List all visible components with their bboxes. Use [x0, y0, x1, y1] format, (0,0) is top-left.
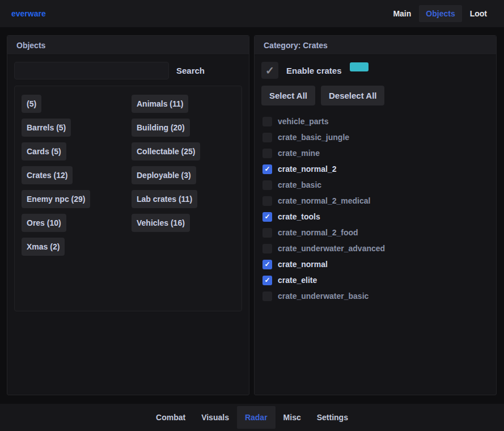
checkbox-crate-mine[interactable]	[262, 149, 272, 158]
bottom-tab-misc[interactable]: Misc	[276, 406, 309, 429]
category-button-lab-crates-11[interactable]: Lab crates (11)	[132, 190, 197, 208]
bottom-tab-combat[interactable]: Combat	[148, 406, 193, 429]
search-input[interactable]	[14, 62, 169, 79]
crate-item-label: crate_basic	[278, 180, 321, 189]
category-button-ores-10[interactable]: Ores (10)	[22, 214, 66, 232]
category-button-vehicles-16[interactable]: Vehicles (16)	[132, 214, 190, 232]
crates-panel-body: ✓ Enable crates Select All Deselect All …	[255, 55, 496, 395]
crate-item-crate-normal[interactable]: ✓crate_normal	[262, 256, 489, 272]
crate-item-label: crate_normal_2	[278, 164, 337, 174]
crate-checkbox-list: vehicle_partscrate_basic_junglecrate_min…	[261, 113, 489, 304]
crate-item-crate-basic[interactable]: crate_basic	[262, 177, 489, 193]
app-logo[interactable]: everware	[11, 9, 46, 18]
crate-item-crate-normal-2-food[interactable]: crate_normal_2_food	[262, 225, 489, 240]
crate-item-label: crate_normal_2_food	[278, 228, 358, 237]
category-button-crates-12[interactable]: Crates (12)	[22, 166, 73, 184]
crate-item-label: crate_basic_jungle	[278, 133, 349, 142]
crate-item-crate-normal-2[interactable]: ✓crate_normal_2	[262, 161, 489, 177]
crates-panel-title: Category: Crates	[255, 36, 496, 55]
category-button-barrels-5[interactable]: Barrels (5)	[22, 119, 71, 137]
checkbox-crate-tools[interactable]: ✓	[262, 212, 272, 222]
checkbox-crate-basic-jungle[interactable]	[262, 133, 272, 142]
enable-crates-checkbox[interactable]: ✓	[261, 62, 278, 79]
crate-item-crate-elite[interactable]: ✓crate_elite	[262, 272, 489, 288]
crate-item-crate-mine[interactable]: crate_mine	[262, 145, 489, 161]
crate-item-label: crate_mine	[278, 149, 320, 158]
crate-item-label: crate_elite	[278, 276, 317, 285]
top-tabs: MainObjectsLoot	[386, 5, 494, 22]
search-row: Search	[14, 62, 242, 79]
category-button-xmas-2[interactable]: Xmas (2)	[22, 238, 65, 256]
crate-item-label: crate_tools	[278, 212, 320, 221]
crate-item-vehicle-parts[interactable]: vehicle_parts	[262, 113, 489, 129]
crate-item-crate-underwater-advanced[interactable]: crate_underwater_advanced	[262, 240, 489, 256]
crate-item-crate-basic-jungle[interactable]: crate_basic_jungle	[262, 129, 489, 145]
category-button-collectable-25[interactable]: Collectable (25)	[132, 142, 200, 160]
top-tab-loot[interactable]: Loot	[463, 5, 494, 22]
objects-panel-title: Objects	[7, 36, 249, 55]
top-tab-main[interactable]: Main	[386, 5, 418, 22]
crate-item-crate-normal-2-medical[interactable]: crate_normal_2_medical	[262, 193, 489, 209]
bottombar: CombatVisualsRadarMiscSettings	[0, 404, 504, 431]
search-button[interactable]: Search	[176, 66, 205, 75]
category-crates-panel: Category: Crates ✓ Enable crates Select …	[254, 35, 497, 395]
bottom-tab-settings[interactable]: Settings	[309, 406, 356, 429]
crate-item-crate-tools[interactable]: ✓crate_tools	[262, 209, 489, 225]
checkbox-crate-underwater-advanced[interactable]	[262, 244, 272, 253]
checkbox-crate-elite[interactable]: ✓	[262, 276, 272, 285]
crate-item-label: vehicle_parts	[278, 117, 329, 126]
crate-color-swatch[interactable]	[350, 62, 369, 71]
category-button-building-20[interactable]: Building (20)	[132, 119, 190, 137]
top-tab-objects[interactable]: Objects	[419, 5, 461, 22]
topbar: everware MainObjectsLoot	[0, 0, 504, 27]
main-content: Objects Search (5)Animals (11)Barrels (5…	[0, 27, 504, 395]
crate-item-label: crate_normal_2_medical	[278, 196, 370, 205]
crate-item-label: crate_normal	[278, 260, 328, 269]
selection-buttons-row: Select All Deselect All	[261, 86, 489, 105]
category-button-5[interactable]: (5)	[22, 95, 41, 113]
category-button-cards-5[interactable]: Cards (5)	[22, 142, 66, 160]
checkbox-crate-normal-2-food[interactable]	[262, 228, 272, 238]
checkbox-crate-normal-2-medical[interactable]	[262, 196, 272, 206]
checkbox-crate-normal[interactable]: ✓	[262, 260, 272, 269]
crate-item-label: crate_underwater_basic	[278, 291, 369, 301]
category-list: (5)Animals (11)Barrels (5)Building (20)C…	[14, 86, 242, 311]
category-button-deployable-3[interactable]: Deployable (3)	[132, 166, 196, 184]
category-button-animals-11[interactable]: Animals (11)	[132, 95, 188, 113]
checkbox-crate-underwater-basic[interactable]	[262, 291, 272, 301]
checkbox-crate-normal-2[interactable]: ✓	[262, 164, 272, 174]
checkbox-vehicle-parts[interactable]	[262, 117, 272, 126]
enable-crates-label: Enable crates	[286, 66, 342, 75]
deselect-all-button[interactable]: Deselect All	[321, 86, 385, 105]
bottom-tab-radar[interactable]: Radar	[237, 406, 276, 429]
objects-panel-body: Search (5)Animals (11)Barrels (5)Buildin…	[7, 55, 249, 395]
enable-crates-row: ✓ Enable crates	[261, 62, 489, 79]
crate-item-label: crate_underwater_advanced	[278, 244, 385, 253]
objects-panel: Objects Search (5)Animals (11)Barrels (5…	[7, 35, 249, 395]
bottom-tab-visuals[interactable]: Visuals	[193, 406, 237, 429]
select-all-button[interactable]: Select All	[261, 86, 315, 105]
crate-item-crate-underwater-basic[interactable]: crate_underwater_basic	[262, 288, 489, 304]
category-button-enemy-npc-29[interactable]: Enemy npc (29)	[22, 190, 90, 208]
checkbox-crate-basic[interactable]	[262, 180, 272, 190]
